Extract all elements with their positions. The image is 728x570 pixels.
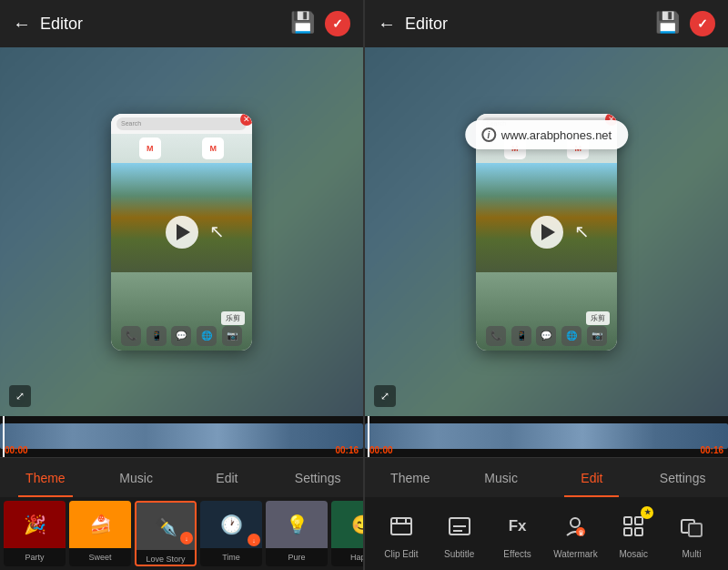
right-tool-subtitle[interactable]: Subtitle (434, 509, 484, 559)
mosaic-label: Mosaic (619, 549, 648, 559)
left-thumb-sweet-label: Sweet (69, 548, 131, 566)
left-delete-button[interactable]: ✕ (240, 114, 252, 126)
right-time-start: 00:00 (369, 445, 393, 455)
left-thumb-happy-label: Happy (331, 548, 363, 566)
left-tab-edit[interactable]: Edit (182, 458, 273, 497)
watermark-url-text: www.arabphones.net (501, 128, 612, 142)
multi-icon (674, 509, 709, 544)
right-back-button[interactable]: ← (378, 14, 396, 35)
left-app-icon-4: 🌐 (197, 326, 217, 346)
right-watermark-overlay: i www.arabphones.net (465, 120, 628, 149)
left-thumb-sweet[interactable]: 🍰 Sweet (69, 501, 131, 566)
left-phone-screen: Search M M ↖ 乐剪 📞 📱 (111, 114, 252, 351)
left-save-button[interactable]: 💾 (290, 11, 316, 36)
left-app-icon-2: 📱 (147, 326, 167, 346)
right-tool-watermark[interactable]: ♛ Watermark (551, 509, 601, 559)
left-app-icon-3: 💬 (171, 326, 191, 346)
left-app-icon-1: 📞 (121, 326, 141, 346)
right-app-icon-3: 💬 (536, 326, 556, 346)
right-play-button[interactable] (531, 216, 563, 249)
svg-text:♛: ♛ (578, 528, 584, 536)
left-confirm-button[interactable]: ✓ (325, 11, 350, 36)
watermark-label: Watermark (553, 549, 598, 559)
left-app-icon-5: 📷 (222, 326, 242, 346)
right-video-preview: i www.arabphones.net ✕ Search M M (365, 47, 728, 416)
left-time-start: 00:00 (5, 445, 28, 455)
left-thumb-party[interactable]: 🎉 Party (4, 501, 66, 566)
info-icon: i (481, 127, 496, 142)
right-confirm-button[interactable]: ✓ (690, 11, 715, 36)
left-thumb-time-download[interactable]: ↓ (248, 534, 260, 546)
svg-rect-11 (635, 517, 642, 524)
right-tool-mosaic[interactable]: ★ Mosaic (609, 509, 659, 559)
right-header: ← Editor 💾 ✓ (365, 0, 728, 47)
right-tab-music[interactable]: Music (456, 458, 547, 497)
right-tab-theme[interactable]: Theme (365, 458, 456, 497)
right-edit-tools: Clip Edit Subtitle Fx Effects (365, 497, 728, 570)
left-cursor-icon: ↖ (209, 220, 225, 242)
effects-icon: Fx (500, 509, 535, 544)
right-tool-multi[interactable]: Multi (667, 509, 717, 559)
right-tool-clip-edit[interactable]: Clip Edit (376, 509, 426, 559)
right-bottom-icons: 📞 📱 💬 🌐 📷 (476, 326, 617, 346)
right-tool-effects[interactable]: Fx Effects (492, 509, 542, 559)
right-tab-edit[interactable]: Edit (547, 458, 638, 497)
right-timeline-track[interactable] (365, 423, 728, 449)
left-thumb-time[interactable]: 🕐 ↓ Time (200, 501, 262, 566)
svg-rect-12 (624, 528, 632, 535)
left-thumb-love-story-download[interactable]: ↓ (180, 532, 193, 545)
left-timeline: 00:00 00:16 (0, 416, 363, 457)
left-tab-theme[interactable]: Theme (0, 458, 91, 497)
right-save-button[interactable]: 💾 (655, 11, 681, 36)
multi-label: Multi (682, 549, 701, 559)
left-thumb-pure[interactable]: 💡 Pure (266, 501, 328, 566)
left-thumbnails-row: 🎉 Party 🍰 Sweet ✒️ ↓ Love Story 🕐 ↓ Time… (0, 497, 363, 570)
left-tab-settings[interactable]: Settings (272, 458, 363, 497)
left-phone-taskbar: Search (111, 114, 252, 134)
right-panel: ← Editor 💾 ✓ i www.arabphones.net ✕ Sear… (365, 0, 728, 570)
right-app-icon-1: 📞 (486, 326, 506, 346)
left-bottom-icons: 📞 📱 💬 🌐 📷 (111, 326, 252, 346)
right-cursor-icon: ↖ (574, 220, 590, 242)
watermark-icon: ♛ (558, 509, 592, 544)
right-title: Editor (405, 15, 646, 34)
right-app-icon-5: 📷 (587, 326, 607, 346)
left-thumb-happy[interactable]: 😊 Happy (331, 501, 363, 566)
svg-rect-13 (635, 528, 642, 535)
left-expand-button[interactable]: ⤢ (9, 385, 31, 407)
right-app-icon-4: 🌐 (561, 326, 581, 346)
left-play-button[interactable] (166, 216, 198, 249)
right-tab-bar: Theme Music Edit Settings (365, 457, 728, 497)
left-tab-music[interactable]: Music (91, 458, 182, 497)
subtitle-icon (442, 509, 477, 544)
clip-edit-label: Clip Edit (384, 549, 418, 559)
left-gmail-icon: M (139, 137, 161, 159)
svg-rect-0 (391, 518, 411, 534)
mosaic-badge: ★ (641, 506, 653, 519)
svg-rect-15 (689, 524, 702, 536)
left-timeline-track[interactable] (0, 423, 363, 449)
right-expand-button[interactable]: ⤢ (374, 385, 396, 407)
left-thumb-party-label: Party (4, 548, 66, 566)
left-gmail2-icon: M (202, 137, 224, 159)
left-thumb-love-story-label: Love Story (136, 550, 195, 566)
left-search-bar: Search (116, 117, 247, 130)
left-phone-icons: M M (111, 134, 252, 163)
effects-label: Effects (503, 549, 531, 559)
left-back-button[interactable]: ← (13, 14, 31, 35)
left-video-preview: ✕ Search M M ↖ 乐剪 (0, 47, 363, 416)
left-phone-mockup: ✕ Search M M ↖ 乐剪 (111, 114, 252, 351)
subtitle-label: Subtitle (444, 549, 474, 559)
left-tab-bar: Theme Music Edit Settings (0, 457, 363, 497)
left-thumb-love-story[interactable]: ✒️ ↓ Love Story (135, 501, 197, 566)
right-app-icon-2: 📱 (511, 326, 531, 346)
svg-rect-10 (624, 517, 632, 524)
left-panel: ← Editor 💾 ✓ ✕ Search M M (0, 0, 364, 570)
right-phone-watermark: 乐剪 (586, 311, 610, 325)
right-timeline: 00:00 00:16 (365, 416, 728, 457)
left-header: ← Editor 💾 ✓ (0, 0, 363, 47)
left-title: Editor (40, 15, 281, 34)
left-time-end: 00:16 (335, 445, 359, 455)
clip-edit-icon (384, 509, 419, 544)
right-tab-settings[interactable]: Settings (637, 458, 728, 497)
